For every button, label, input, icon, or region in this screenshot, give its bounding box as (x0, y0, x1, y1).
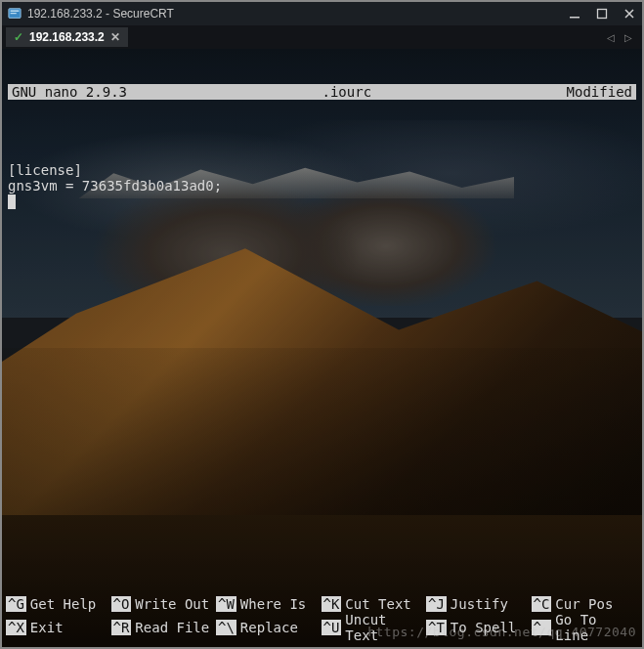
nano-status: Modified (567, 84, 632, 100)
maximize-button[interactable] (595, 7, 609, 21)
shortcut-exit[interactable]: ^XExit (6, 612, 111, 643)
shortcut-to-spell[interactable]: ^TTo Spell (426, 612, 532, 643)
svg-rect-2 (11, 13, 17, 14)
nano-shortcut-bar: ^GGet Help ^OWrite Out ^WWhere Is ^KCut … (6, 596, 636, 643)
minimize-button[interactable] (568, 7, 581, 21)
svg-rect-1 (11, 11, 20, 12)
shortcut-justify[interactable]: ^JJustify (426, 596, 532, 612)
app-window: 192.168.233.2 - SecureCRT ✓ 192.168.233.… (0, 0, 644, 649)
terminal[interactable]: GNU nano 2.9.3 .iourc Modified [license]… (2, 49, 642, 647)
shortcut-read-file[interactable]: ^RRead File (111, 612, 217, 643)
window-title: 192.168.233.2 - SecureCRT (27, 7, 568, 21)
shortcut-cur-pos[interactable]: ^CCur Pos (532, 596, 637, 612)
shortcut-get-help[interactable]: ^GGet Help (6, 596, 111, 612)
svg-rect-4 (598, 10, 607, 19)
tab-prev-icon[interactable]: ◁ (607, 32, 615, 43)
nano-filename: .iourc (127, 84, 567, 100)
svg-rect-3 (570, 17, 580, 19)
nano-version: GNU nano 2.9.3 (12, 84, 127, 100)
shortcut-write-out[interactable]: ^OWrite Out (111, 596, 217, 612)
nano-header: GNU nano 2.9.3 .iourc Modified (8, 84, 636, 100)
shortcut-uncut-text[interactable]: ^UUncut Text (322, 612, 427, 643)
terminal-content: GNU nano 2.9.3 .iourc Modified [license]… (8, 53, 636, 643)
tab-nav: ◁ ▷ (607, 32, 642, 43)
tab-strip: ✓ 192.168.233.2 ✕ ◁ ▷ (2, 25, 642, 49)
editor-line: [license] (8, 162, 82, 178)
session-tab[interactable]: ✓ 192.168.233.2 ✕ (6, 27, 128, 47)
connected-indicator-icon: ✓ (14, 30, 23, 44)
text-cursor (8, 195, 16, 209)
shortcut-go-to-line[interactable]: ^_Go To Line (532, 612, 637, 643)
window-controls (568, 7, 636, 21)
app-icon (8, 7, 21, 21)
tab-next-icon[interactable]: ▷ (624, 32, 632, 43)
shortcut-where-is[interactable]: ^WWhere Is (216, 596, 322, 612)
editor-line: gns3vm = 73635fd3b0a13ad0; (8, 178, 222, 194)
tab-close-icon[interactable]: ✕ (110, 30, 120, 44)
shortcut-replace[interactable]: ^\Replace (216, 612, 322, 643)
title-bar[interactable]: 192.168.233.2 - SecureCRT (2, 2, 642, 25)
shortcut-cut-text[interactable]: ^KCut Text (322, 596, 427, 612)
close-button[interactable] (623, 7, 636, 21)
shortcut-row: ^XExit ^RRead File ^\Replace ^UUncut Tex… (6, 612, 636, 643)
shortcut-row: ^GGet Help ^OWrite Out ^WWhere Is ^KCut … (6, 596, 636, 612)
editor-body[interactable]: [license] gns3vm = 73635fd3b0a13ad0; (8, 147, 636, 209)
tab-label: 192.168.233.2 (29, 30, 105, 44)
